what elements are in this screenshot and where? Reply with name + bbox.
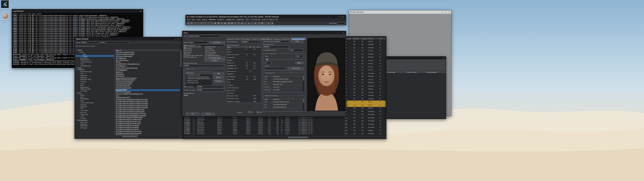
window-button[interactable]: — [338,16,340,18]
scrollbar-thumb[interactable] [288,137,308,138]
horizontal-scrollbar[interactable] [115,135,180,137]
checkbox[interactable] [184,56,185,58]
toolbar-icon[interactable]: ☰ [234,22,237,25]
table-row[interactable]: NoNoNoFemaleE...N [345,123,386,126]
toolbar-icon[interactable]: ◆ [240,22,244,25]
script-item[interactable]: workshopnpcscript [185,82,212,84]
preview-transition-select[interactable]: NONE [197,89,225,92]
table-row[interactable]: NoNoNoFemaleE...N [345,110,386,113]
table-row[interactable]: NoNoNoGuardM...N [345,97,386,101]
checkbox[interactable] [205,55,207,56]
horizontal-scrollbar[interactable] [183,136,386,138]
window-button[interactable]: ▭ [340,16,342,18]
tint-row[interactable]: Ссадины [227,83,261,86]
tint-value-slider[interactable] [265,59,304,60]
head-part-row[interactable]: FaceFemaleHeadHuman (def) [264,78,303,80]
menu-item[interactable]: FILE [187,19,190,20]
desktop-icon-1[interactable]: Rudolf's Gate [0,0,10,10]
preview-head-checkbox[interactable]: Head [257,111,262,113]
tint-row[interactable]: Веснушки - центрSoft [227,97,261,100]
menu-item[interactable]: VIEW [197,19,200,20]
tint-row[interactable]: Красный нос [227,89,261,92]
table-row[interactable]: NoYesNoFemaleE...N [345,72,386,75]
table-row[interactable]: NoYesNoNPCF...N [345,104,386,107]
table-row[interactable]: NoNoNoNPCFM...N [345,43,386,47]
ok-button[interactable]: OK [186,113,199,115]
checkbox[interactable] [76,45,77,47]
table-row[interactable]: NoNoNoFemaleB...N [345,126,386,129]
table-row[interactable]: NoNoNoGuardM...N [345,94,386,98]
tint-row[interactable]: Румяна_325De... [227,62,261,64]
tint-row[interactable]: Цвет кожи13Soft [227,78,261,81]
column-header[interactable]: De [257,46,261,48]
value-input[interactable]: 1.00 [296,55,304,57]
window-button[interactable]: ▢ [177,38,179,40]
tab[interactable]: Animation [273,38,282,40]
locwin-titlebar[interactable]: ✕ [386,57,446,59]
toolbar-icon[interactable]: ● [244,22,247,25]
table-row[interactable]: NoNoNoDLC03...N [345,62,386,66]
menu-item[interactable]: NAVMESH [209,19,216,20]
column-header[interactable]: Type [264,75,273,77]
checkbox[interactable] [184,55,185,56]
column-header[interactable]: Name [227,46,246,48]
close-icon[interactable]: ✕ [442,57,445,59]
slider-thumb[interactable] [266,58,268,61]
name-input[interactable]: Падме [189,41,208,44]
column-header[interactable]: Head Part [273,98,303,100]
table-row[interactable]: NoYesNoPiper...N [345,101,386,104]
locwin-empty-list[interactable] [386,73,446,119]
face-preview-viewport[interactable] [307,38,345,111]
name-terminal-select[interactable]: NONE [197,85,225,88]
table-row[interactable]: NoNoNoNPCFM...N [345,56,386,59]
checkbox[interactable] [257,111,259,113]
tab[interactable]: Attack Data [282,38,291,40]
table-row[interactable]: NoNoNoBoSPil...N [345,107,386,110]
checkbox[interactable] [205,53,207,55]
tint-row[interactable]: Родинки - все лицоSoft [227,100,261,103]
preview-full-checkbox[interactable]: Full [248,111,253,113]
facial-hair-color-select[interactable]: DEFAULT [263,46,290,48]
tint-row[interactable]: Морщины [227,73,261,75]
actor-titlebar[interactable]: Actor ✕ [182,31,346,34]
tab[interactable]: Keywords [226,38,234,40]
table-row[interactable]: 02046AE11 *ПоселенецHuman...Citizen...Ge… [184,133,346,134]
toolbar-icon[interactable]: ☼ [264,22,267,25]
toolbar-icon[interactable]: ↶ [207,22,210,25]
window-button[interactable]: ▁ [174,38,177,40]
column-header[interactable]: Initially Disabled [426,71,446,73]
table-row[interactable]: NoNoNoNPCFM...N [345,46,386,50]
scrollbar-thumb[interactable] [180,50,181,67]
cancel-button[interactable]: Cancel [201,113,215,115]
menu-item[interactable]: HELP [246,19,250,20]
face-complexion-select[interactable]: DEFAULT [241,41,262,43]
column-header[interactable]: Type [264,98,273,100]
tint-row[interactable]: Блеск для губF... [227,70,261,73]
column-header[interactable]: Loc Ref Type [386,71,406,73]
table-row[interactable]: NoNoNoFemaleE...N [345,113,386,117]
toolbar-icon[interactable]: ⎗ [204,22,207,25]
table-row[interactable]: NoNoNoDLC03...N [345,50,386,53]
head-part-row[interactable]: Eyebrowsnone (def) [264,88,303,91]
tint-row[interactable]: Тени в полосочку [227,86,261,89]
checkbox[interactable] [205,46,207,48]
column-header[interactable]: Voice Ty [368,38,379,40]
window-button[interactable]: ✕ [342,16,345,18]
tint-field[interactable]: 0 [265,62,271,64]
toolbar-icon[interactable]: ⎘ [200,22,203,25]
list-header[interactable]: Editor ID [115,49,180,52]
facial-morph-intensity-input[interactable]: 1.0000 [288,49,303,52]
flag-checkbox-row[interactable]: Diffuse alpha test [184,56,205,58]
toolbar-icon[interactable]: ▣ [230,22,233,25]
toolbar-icon[interactable]: ⊟ [257,22,260,25]
toolbar-icon[interactable]: ↷ [210,22,213,25]
tree-item[interactable]: Art Object [75,127,114,129]
script-button[interactable]: Remove [214,76,224,79]
table-row[interactable]: NoNoNoDLC03...N [345,78,386,81]
close-icon[interactable]: ✕ [140,10,142,12]
toolbar-icon[interactable]: ⊞ [220,22,223,25]
menu-item[interactable]: EXTENSIONS [251,19,260,20]
toolbar-icon[interactable]: ▲ [247,22,250,25]
toolbar-icon[interactable]: ◨ [227,22,230,25]
script-button[interactable]: Add [214,72,224,75]
